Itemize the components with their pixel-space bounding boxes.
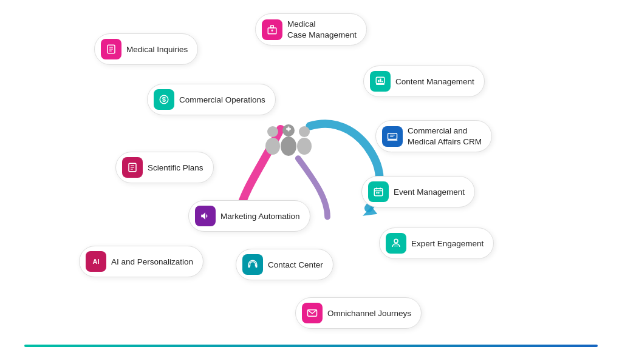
svg-point-7 <box>297 138 312 155</box>
medical-inquiries-icon <box>101 39 121 59</box>
pill-expert-engagement: Expert Engagement <box>379 228 494 259</box>
pill-event-management: Event Management <box>361 176 475 207</box>
pill-content-management: Content Management <box>363 66 485 97</box>
svg-rect-21 <box>380 79 381 83</box>
expert-engagement-icon <box>386 233 406 254</box>
pill-ai-personalization: AIAI and Personalization <box>79 246 203 277</box>
svg-rect-20 <box>378 80 379 83</box>
svg-rect-37 <box>376 192 377 194</box>
svg-point-2 <box>267 126 278 137</box>
marketing-automation-label: Marketing Automation <box>220 212 300 221</box>
omnichannel-journeys-label: Omnichannel Journeys <box>327 309 411 318</box>
pill-medical-inquiries: Medical Inquiries <box>94 33 198 65</box>
pill-omnichannel-journeys: Omnichannel Journeys <box>295 297 422 329</box>
commercial-medical-crm-icon <box>382 126 403 147</box>
expert-engagement-label: Expert Engagement <box>411 239 484 248</box>
pill-commercial-operations: Commercial Operations <box>147 84 276 115</box>
commercial-operations-icon <box>154 89 174 110</box>
commercial-operations-label: Commercial Operations <box>179 95 265 104</box>
event-management-icon <box>368 181 389 202</box>
medical-case-management-label: MedicalCase Management <box>287 19 357 40</box>
pill-marketing-automation: Marketing Automation <box>188 200 310 232</box>
marketing-automation-icon <box>195 206 216 226</box>
contact-center-label: Contact Center <box>268 260 323 269</box>
contact-center-icon <box>242 254 263 275</box>
omnichannel-journeys-icon <box>302 303 323 323</box>
svg-rect-9 <box>288 127 290 132</box>
svg-point-6 <box>299 126 310 137</box>
svg-point-5 <box>281 136 296 156</box>
svg-rect-38 <box>378 192 379 194</box>
pill-scientific-plans: Scientific Plans <box>115 152 214 183</box>
ai-personalization-icon: AI <box>86 251 106 272</box>
pill-contact-center: Contact Center <box>236 249 333 280</box>
pill-medical-case-management: MedicalCase Management <box>255 13 367 46</box>
content-management-label: Content Management <box>395 77 474 86</box>
pill-commercial-medical-crm: Commercial andMedical Affairs CRM <box>375 120 492 152</box>
scientific-plans-label: Scientific Plans <box>148 163 203 172</box>
scientific-plans-icon <box>122 157 143 178</box>
svg-rect-42 <box>256 266 258 268</box>
commercial-medical-crm-label: Commercial andMedical Affairs CRM <box>408 126 482 147</box>
content-management-icon <box>370 71 391 92</box>
center-figure <box>261 118 316 167</box>
event-management-label: Event Management <box>394 187 465 197</box>
svg-rect-40 <box>394 246 398 247</box>
medical-case-management-icon <box>262 19 282 40</box>
svg-rect-17 <box>272 29 273 31</box>
svg-rect-15 <box>271 25 274 28</box>
svg-rect-22 <box>381 81 383 82</box>
svg-point-3 <box>265 138 280 155</box>
medical-inquiries-label: Medical Inquiries <box>126 45 188 54</box>
ai-personalization-label: AI and Personalization <box>111 257 193 266</box>
diagram-container: Medical InquiriesMedicalCase ManagementC… <box>0 0 622 352</box>
svg-point-39 <box>394 239 398 243</box>
svg-rect-41 <box>248 266 250 268</box>
